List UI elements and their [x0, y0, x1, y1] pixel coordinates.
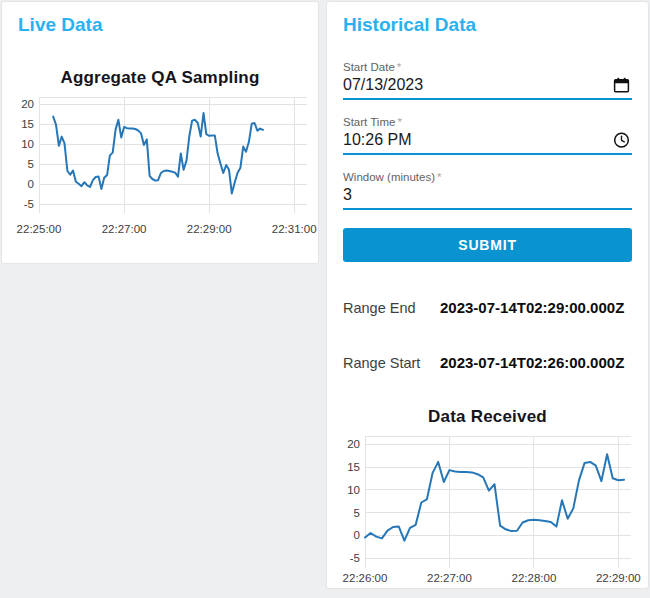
live-data-title: Live Data [2, 2, 318, 35]
historical-chart-canvas: -50510152022:26:0022:27:0022:28:0022:29:… [327, 430, 643, 586]
historical-chart-block: Data Received -50510152022:26:0022:27:00… [327, 407, 648, 586]
historical-data-panel: Historical Data Start Date* [327, 2, 648, 588]
svg-text:22:29:00: 22:29:00 [187, 223, 232, 235]
svg-text:22:27:00: 22:27:00 [427, 572, 472, 584]
svg-text:0: 0 [28, 178, 34, 190]
svg-text:15: 15 [347, 461, 360, 473]
live-chart-title: Aggregate QA Sampling [2, 68, 318, 88]
svg-text:20: 20 [347, 438, 360, 450]
svg-text:22:27:00: 22:27:00 [102, 223, 147, 235]
svg-text:5: 5 [28, 158, 34, 170]
svg-text:15: 15 [21, 118, 34, 130]
svg-text:10: 10 [347, 484, 360, 496]
svg-text:22:25:00: 22:25:00 [17, 223, 62, 235]
start-date-label-text: Start Date [343, 61, 395, 73]
range-end-row: Range End 2023-07-14T02:29:00.000Z [343, 299, 648, 316]
svg-text:-5: -5 [350, 552, 360, 564]
start-date-input[interactable] [343, 74, 632, 98]
live-data-panel: Live Data Aggregate QA Sampling -5051015… [2, 2, 318, 263]
historical-chart-title: Data Received [327, 407, 648, 427]
start-date-label: Start Date* [343, 60, 632, 74]
window-minutes-label: Window (minutes)* [343, 170, 632, 184]
svg-text:0: 0 [354, 529, 360, 541]
svg-text:20: 20 [21, 98, 34, 110]
start-time-label: Start Time* [343, 115, 632, 129]
historical-data-title: Historical Data [327, 2, 648, 35]
start-time-label-text: Start Time [343, 116, 395, 128]
svg-text:22:26:00: 22:26:00 [343, 572, 388, 584]
start-time-input[interactable] [343, 129, 632, 153]
start-time-row [343, 129, 632, 155]
window-minutes-input[interactable] [343, 184, 632, 208]
svg-text:22:31:00: 22:31:00 [272, 223, 317, 235]
range-start-value: 2023-07-14T02:26:00.000Z [440, 354, 624, 371]
submit-button[interactable]: SUBMIT [343, 228, 632, 262]
range-end-value: 2023-07-14T02:29:00.000Z [440, 299, 624, 316]
range-start-row: Range Start 2023-07-14T02:26:00.000Z [343, 354, 648, 371]
range-end-label: Range End [343, 300, 440, 316]
svg-text:22:28:00: 22:28:00 [512, 572, 557, 584]
clock-icon[interactable] [613, 132, 630, 149]
window-minutes-label-text: Window (minutes) [343, 171, 435, 183]
range-start-label: Range Start [343, 355, 440, 371]
calendar-icon[interactable] [613, 77, 630, 94]
live-chart-block: Aggregate QA Sampling -50510152022:25:00… [2, 68, 318, 241]
live-chart-canvas: -50510152022:25:0022:27:0022:29:0022:31:… [3, 91, 317, 241]
svg-text:5: 5 [354, 507, 360, 519]
required-marker: * [397, 116, 401, 128]
svg-text:10: 10 [21, 138, 34, 150]
required-marker: * [437, 171, 441, 183]
window-minutes-field: Window (minutes)* [343, 170, 632, 210]
required-marker: * [397, 61, 401, 73]
window-minutes-row [343, 184, 632, 210]
start-time-field: Start Time* [343, 115, 632, 155]
svg-text:22:29:00: 22:29:00 [596, 572, 641, 584]
start-date-field: Start Date* [343, 60, 632, 100]
svg-text:-5: -5 [24, 198, 34, 210]
start-date-row [343, 74, 632, 100]
dashboard-page: Live Data Aggregate QA Sampling -5051015… [0, 0, 650, 598]
